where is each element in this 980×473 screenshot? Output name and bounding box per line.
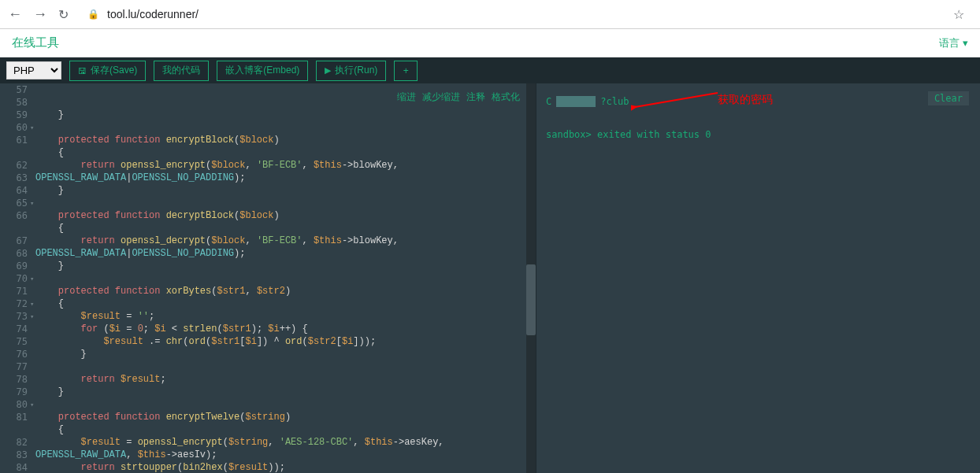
- my-code-button[interactable]: 我的代码: [154, 61, 209, 81]
- browser-bar: ← → ↻ 🔒 tool.lu/coderunner/ ☆: [0, 0, 980, 29]
- hint-format[interactable]: 格式化: [492, 91, 520, 104]
- chevron-down-icon: ▾: [963, 37, 968, 49]
- language-label: 语言: [939, 36, 960, 50]
- censored-block: [556, 96, 596, 107]
- scrollbar-thumb[interactable]: [526, 264, 536, 335]
- output-prefix: C: [546, 96, 551, 107]
- embed-button[interactable]: 嵌入博客(Embed): [217, 61, 308, 81]
- url-text: tool.lu/coderunner/: [107, 8, 199, 20]
- back-icon[interactable]: ←: [8, 6, 22, 23]
- add-button[interactable]: +: [394, 61, 418, 81]
- save-icon: 🖫: [78, 66, 87, 76]
- hint-dedent[interactable]: 减少缩进: [422, 91, 460, 104]
- bookmark-star-icon[interactable]: ☆: [953, 7, 964, 22]
- editor-pane: 5758596061626364656667686970717273747576…: [0, 83, 536, 473]
- forward-icon[interactable]: →: [33, 6, 47, 23]
- run-button[interactable]: ▶执行(Run): [316, 61, 386, 81]
- embed-label: 嵌入博客(Embed): [225, 64, 299, 77]
- save-button[interactable]: 🖫保存(Save): [69, 61, 146, 81]
- scrollbar-track[interactable]: [526, 83, 536, 473]
- url-bar[interactable]: 🔒 tool.lu/coderunner/ ☆: [80, 3, 972, 25]
- play-icon: ▶: [325, 65, 331, 76]
- save-label: 保存(Save): [91, 64, 137, 77]
- run-label: 执行(Run): [335, 64, 377, 77]
- reload-icon[interactable]: ↻: [58, 7, 69, 22]
- hint-indent[interactable]: 缩进: [397, 91, 416, 104]
- hint-comment[interactable]: 注释: [466, 91, 485, 104]
- clear-button[interactable]: Clear: [928, 91, 969, 105]
- workspace: 5758596061626364656667686970717273747576…: [0, 83, 980, 473]
- plus-icon: +: [403, 65, 409, 76]
- line-gutter: 5758596061626364656667686970717273747576…: [0, 83, 35, 473]
- annotation-text: 获取的密码: [718, 93, 773, 107]
- site-header: 在线工具 语言 ▾: [0, 29, 980, 57]
- status-line: sandbox> exited with status 0: [546, 129, 971, 140]
- annotation-arrow: [631, 91, 726, 115]
- code-editor[interactable]: 缩进 减少缩进 注释 格式化 } protected function encr…: [35, 83, 536, 473]
- site-title[interactable]: 在线工具: [12, 35, 59, 50]
- svg-line-1: [635, 93, 718, 107]
- output-pane: Clear C ?club 获取的密码 sandbox> exited with…: [536, 83, 980, 473]
- my-code-label: 我的代码: [162, 64, 200, 77]
- lock-icon: 🔒: [87, 9, 99, 20]
- toolbar: PHP 🖫保存(Save) 我的代码 嵌入博客(Embed) ▶执行(Run) …: [0, 57, 980, 83]
- output-suffix: ?club: [600, 96, 629, 107]
- language-select[interactable]: PHP: [6, 61, 61, 79]
- code-hints: 缩进 减少缩进 注释 格式化: [397, 91, 520, 104]
- language-toggle[interactable]: 语言 ▾: [939, 36, 968, 50]
